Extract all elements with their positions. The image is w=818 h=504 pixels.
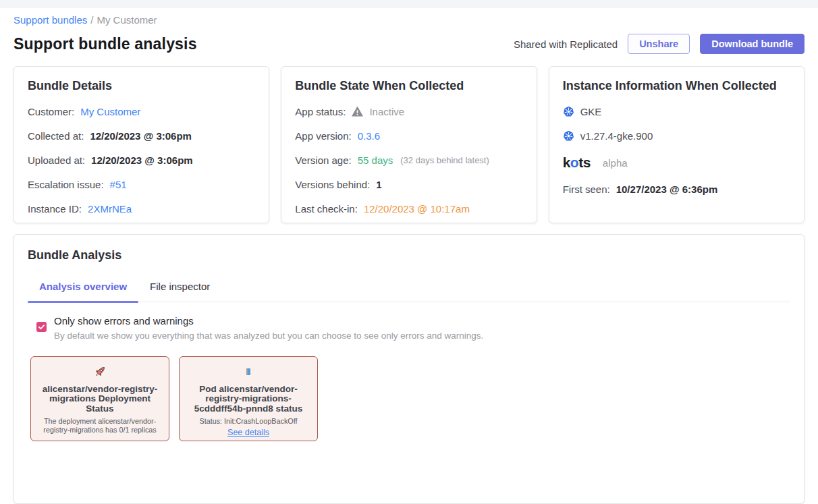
app-status-row: App status: Inactive [295,106,522,117]
escalation-issue-label: Escalation issue: [28,179,104,190]
version-age-value: 55 days [358,155,393,166]
kubernetes-icon [563,130,574,142]
uploaded-at-label: Uploaded at: [28,155,85,166]
app-version-link[interactable]: 0.3.6 [358,130,380,142]
version-age-suffix: (32 days behind latest) [400,155,489,165]
check-icon [38,323,45,331]
bundle-analysis-section: Bundle Analysis Analysis overview File i… [13,234,805,504]
app-status-value: Inactive [369,106,404,117]
versions-behind-label: Versions behind: [295,179,370,190]
analysis-results: alicenstar/vendor-registry-migrations De… [28,356,790,441]
versions-behind-row: Versions behind: 1 [295,179,522,190]
app-version-row: App version: 0.3.6 [295,130,522,142]
customer-label: Customer: [28,106,74,117]
app-status-label: App status: [295,106,346,117]
collected-at-row: Collected at: 12/20/2023 @ 3:06pm [28,130,255,142]
bundle-details-title: Bundle Details [28,79,255,93]
instance-info-card: Instance Information When Collected GKE … [549,66,805,223]
result-title: Pod alicenstar/vendor-registry-migration… [188,385,309,414]
info-cards-row: Bundle Details Customer: My Customer Col… [13,66,805,223]
filter-label[interactable]: Only show errors and warnings [54,315,483,327]
shared-status-text: Shared with Replicated [514,38,618,50]
customer-link[interactable]: My Customer [80,106,140,117]
result-message: Status: Init:CrashLoopBackOff [188,417,309,426]
collected-at-label: Collected at: [28,130,84,142]
header-actions: Shared with Replicated Unshare Download … [514,34,805,54]
last-checkin-row: Last check-in: 12/20/2023 @ 10:17am [295,203,522,215]
kubernetes-icon [563,106,574,117]
uploaded-at-row: Uploaded at: 12/20/2023 @ 3:06pm [28,155,255,166]
last-checkin-label: Last check-in: [295,203,358,215]
distribution-value: GKE [580,106,602,117]
instance-id-row: Instance ID: 2XMrNEa [28,203,255,215]
result-card-deployment-status: alicenstar/vendor-registry-migrations De… [30,356,169,441]
analysis-tabs: Analysis overview File inspector [28,281,790,302]
bundle-details-card: Bundle Details Customer: My Customer Col… [13,66,269,223]
kots-version: alpha [603,157,628,169]
first-seen-row: First seen: 10/27/2023 @ 6:36pm [563,184,790,195]
broken-image-icon [188,364,309,380]
errors-warnings-filter: Only show errors and warnings By default… [28,315,790,341]
result-message: The deployment alicenstar/vendor-registr… [39,417,161,434]
kots-row: kots alpha [563,155,790,171]
bundle-state-card: Bundle State When Collected App status: … [281,66,537,223]
bundle-state-title: Bundle State When Collected [295,79,522,93]
distribution-row: GKE [563,106,790,117]
instance-id-link[interactable]: 2XMrNEa [88,203,132,215]
filter-text: Only show errors and warnings By default… [54,315,483,341]
uploaded-at-value: 12/20/2023 @ 3:06pm [91,155,193,166]
customer-row: Customer: My Customer [28,106,255,117]
page-header: Support bundle analysis Shared with Repl… [13,34,805,54]
page-title: Support bundle analysis [13,35,197,53]
see-details-link[interactable]: See details [227,428,269,437]
breadcrumb-separator: / [90,14,93,26]
tab-analysis-overview[interactable]: Analysis overview [28,281,138,302]
bundle-analysis-title: Bundle Analysis [28,248,790,262]
top-strip [0,0,818,8]
versions-behind-value: 1 [376,179,381,190]
version-age-label: Version age: [295,155,351,166]
download-bundle-button[interactable]: Download bundle [700,34,805,54]
first-seen-label: First seen: [563,184,610,195]
rocket-icon [39,364,161,380]
warning-icon [352,106,363,117]
tab-file-inspector[interactable]: File inspector [138,281,221,302]
breadcrumb-current: My Customer [97,14,157,26]
first-seen-value: 10/27/2023 @ 6:36pm [616,184,718,195]
breadcrumb-link-support-bundles[interactable]: Support bundles [13,14,87,26]
filter-description: By default we show you everything that w… [54,331,483,341]
result-card-pod-status: Pod alicenstar/vendor-registry-migration… [179,356,318,441]
result-title: alicenstar/vendor-registry-migrations De… [39,385,161,414]
unshare-button[interactable]: Unshare [628,34,690,54]
instance-info-title: Instance Information When Collected [563,79,790,93]
collected-at-value: 12/20/2023 @ 3:06pm [90,130,192,142]
escalation-issue-row: Escalation issue: #51 [28,179,255,190]
k8s-version-value: v1.27.4-gke.900 [580,130,653,142]
app-version-label: App version: [295,130,351,142]
version-age-row: Version age: 55 days (32 days behind lat… [295,155,522,166]
instance-id-label: Instance ID: [28,203,82,215]
escalation-issue-link[interactable]: #51 [110,179,127,190]
breadcrumb: Support bundles/My Customer [13,14,805,26]
support-bundle-analysis-page: Support bundles/My Customer Support bund… [0,8,818,504]
last-checkin-value: 12/20/2023 @ 10:17am [364,203,470,215]
k8s-version-row: v1.27.4-gke.900 [563,130,790,142]
kots-logo: kots [563,155,591,171]
only-errors-checkbox[interactable] [36,322,47,332]
